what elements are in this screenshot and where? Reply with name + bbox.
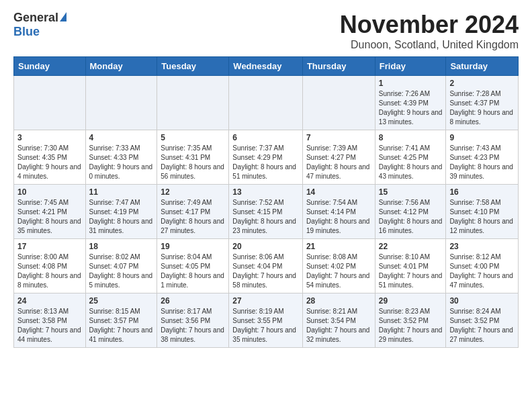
day-number: 10 [17,187,82,197]
day-number: 6 [232,133,299,142]
page: General Blue November 2024 Dunoon, Scotl… [0,0,532,359]
table-row: 26Sunrise: 8:17 AMSunset: 3:56 PMDayligh… [157,293,229,348]
table-row [229,76,303,130]
day-info: Sunrise: 7:54 AMSunset: 4:14 PMDaylight:… [306,198,371,236]
table-row: 9Sunrise: 7:43 AMSunset: 4:23 PMDaylight… [446,130,519,185]
table-row: 18Sunrise: 8:02 AMSunset: 4:07 PMDayligh… [85,239,157,293]
table-row: 3Sunrise: 7:30 AMSunset: 4:35 PMDaylight… [14,130,86,185]
table-row: 2Sunrise: 7:28 AMSunset: 4:37 PMDaylight… [446,76,519,130]
table-row: 22Sunrise: 8:10 AMSunset: 4:01 PMDayligh… [375,239,446,293]
location-subtitle: Dunoon, Scotland, United Kingdom [340,39,519,51]
table-row: 28Sunrise: 8:21 AMSunset: 3:54 PMDayligh… [302,293,375,348]
day-info: Sunrise: 8:08 AMSunset: 4:02 PMDaylight:… [306,253,371,290]
calendar-week-row: 3Sunrise: 7:30 AMSunset: 4:35 PMDaylight… [14,130,519,185]
day-info: Sunrise: 7:47 AMSunset: 4:19 PMDaylight:… [89,198,154,236]
day-info: Sunrise: 7:58 AMSunset: 4:10 PMDaylight:… [449,198,515,236]
day-number: 19 [161,242,225,251]
calendar-table: Sunday Monday Tuesday Wednesday Thursday… [13,56,519,348]
day-number: 1 [379,79,443,88]
day-number: 25 [89,296,154,306]
day-info: Sunrise: 8:24 AMSunset: 3:52 PMDaylight:… [449,307,515,345]
day-number: 3 [17,133,82,142]
day-number: 7 [306,133,371,142]
day-info: Sunrise: 7:39 AMSunset: 4:27 PMDaylight:… [306,144,371,181]
day-info: Sunrise: 7:30 AMSunset: 4:35 PMDaylight:… [17,144,82,181]
table-row: 29Sunrise: 8:23 AMSunset: 3:52 PMDayligh… [375,293,446,348]
calendar-week-row: 17Sunrise: 8:00 AMSunset: 4:08 PMDayligh… [14,239,519,293]
day-number: 18 [89,242,154,251]
day-number: 12 [161,187,225,197]
day-number: 11 [89,187,154,197]
col-wednesday: Wednesday [229,57,303,76]
table-row: 16Sunrise: 7:58 AMSunset: 4:10 PMDayligh… [446,185,519,239]
calendar-header-row: Sunday Monday Tuesday Wednesday Thursday… [14,57,519,76]
day-info: Sunrise: 8:17 AMSunset: 3:56 PMDaylight:… [161,307,225,345]
header: General Blue November 2024 Dunoon, Scotl… [13,11,519,51]
logo-triangle-icon [60,12,66,21]
calendar-week-row: 24Sunrise: 8:13 AMSunset: 3:58 PMDayligh… [14,293,519,348]
day-number: 29 [379,296,443,306]
day-number: 17 [17,242,82,251]
day-info: Sunrise: 7:45 AMSunset: 4:21 PMDaylight:… [17,198,82,236]
day-info: Sunrise: 8:06 AMSunset: 4:04 PMDaylight:… [232,253,299,290]
day-info: Sunrise: 8:21 AMSunset: 3:54 PMDaylight:… [306,307,371,345]
day-number: 14 [306,187,371,197]
day-info: Sunrise: 7:43 AMSunset: 4:23 PMDaylight:… [449,144,515,181]
day-number: 4 [89,133,154,142]
col-sunday: Sunday [14,57,86,76]
table-row: 14Sunrise: 7:54 AMSunset: 4:14 PMDayligh… [302,185,375,239]
col-friday: Friday [375,57,446,76]
day-number: 20 [232,242,299,251]
table-row: 19Sunrise: 8:04 AMSunset: 4:05 PMDayligh… [157,239,229,293]
day-number: 9 [449,133,515,142]
calendar-week-row: 1Sunrise: 7:26 AMSunset: 4:39 PMDaylight… [14,76,519,130]
logo-blue-text: Blue [13,25,40,39]
table-row [302,76,375,130]
table-row [85,76,157,130]
day-number: 27 [232,296,299,306]
day-number: 22 [379,242,443,251]
day-number: 5 [161,133,225,142]
table-row: 7Sunrise: 7:39 AMSunset: 4:27 PMDaylight… [302,130,375,185]
day-number: 16 [449,187,515,197]
table-row: 13Sunrise: 7:52 AMSunset: 4:15 PMDayligh… [229,185,303,239]
table-row: 27Sunrise: 8:19 AMSunset: 3:55 PMDayligh… [229,293,303,348]
table-row: 21Sunrise: 8:08 AMSunset: 4:02 PMDayligh… [302,239,375,293]
calendar-week-row: 10Sunrise: 7:45 AMSunset: 4:21 PMDayligh… [14,185,519,239]
day-info: Sunrise: 8:19 AMSunset: 3:55 PMDaylight:… [232,307,299,345]
col-saturday: Saturday [446,57,519,76]
day-info: Sunrise: 7:35 AMSunset: 4:31 PMDaylight:… [161,144,225,181]
table-row: 17Sunrise: 8:00 AMSunset: 4:08 PMDayligh… [14,239,86,293]
day-info: Sunrise: 8:13 AMSunset: 3:58 PMDaylight:… [17,307,82,345]
day-number: 23 [449,242,515,251]
day-info: Sunrise: 8:10 AMSunset: 4:01 PMDaylight:… [379,253,443,290]
day-number: 28 [306,296,371,306]
day-info: Sunrise: 8:04 AMSunset: 4:05 PMDaylight:… [161,253,225,290]
table-row: 6Sunrise: 7:37 AMSunset: 4:29 PMDaylight… [229,130,303,185]
logo: General Blue [13,11,66,39]
table-row: 5Sunrise: 7:35 AMSunset: 4:31 PMDaylight… [157,130,229,185]
table-row [14,76,86,130]
table-row: 25Sunrise: 8:15 AMSunset: 3:57 PMDayligh… [85,293,157,348]
table-row: 10Sunrise: 7:45 AMSunset: 4:21 PMDayligh… [14,185,86,239]
day-number: 30 [449,296,515,306]
day-info: Sunrise: 8:23 AMSunset: 3:52 PMDaylight:… [379,307,443,345]
table-row: 4Sunrise: 7:33 AMSunset: 4:33 PMDaylight… [85,130,157,185]
day-info: Sunrise: 7:26 AMSunset: 4:39 PMDaylight:… [379,89,443,127]
title-block: November 2024 Dunoon, Scotland, United K… [340,11,519,51]
day-info: Sunrise: 8:00 AMSunset: 4:08 PMDaylight:… [17,253,82,290]
day-info: Sunrise: 7:33 AMSunset: 4:33 PMDaylight:… [89,144,154,181]
logo-general-text: General [13,11,58,25]
day-info: Sunrise: 7:56 AMSunset: 4:12 PMDaylight:… [379,198,443,236]
table-row: 11Sunrise: 7:47 AMSunset: 4:19 PMDayligh… [85,185,157,239]
day-number: 8 [379,133,443,142]
table-row: 1Sunrise: 7:26 AMSunset: 4:39 PMDaylight… [375,76,446,130]
day-info: Sunrise: 7:28 AMSunset: 4:37 PMDaylight:… [449,89,515,127]
day-info: Sunrise: 7:49 AMSunset: 4:17 PMDaylight:… [161,198,225,236]
day-info: Sunrise: 8:15 AMSunset: 3:57 PMDaylight:… [89,307,154,345]
month-title: November 2024 [340,11,519,39]
table-row: 12Sunrise: 7:49 AMSunset: 4:17 PMDayligh… [157,185,229,239]
table-row: 8Sunrise: 7:41 AMSunset: 4:25 PMDaylight… [375,130,446,185]
col-tuesday: Tuesday [157,57,229,76]
table-row: 15Sunrise: 7:56 AMSunset: 4:12 PMDayligh… [375,185,446,239]
